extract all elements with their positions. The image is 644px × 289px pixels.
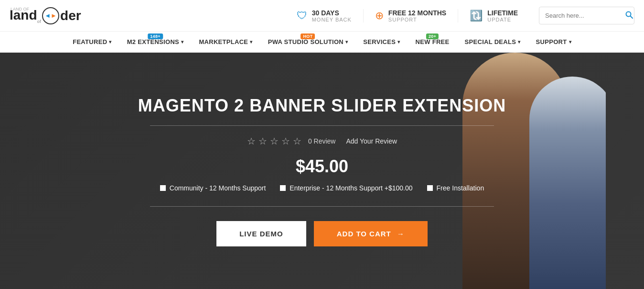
chevron-down-icon-pwa: ▾ xyxy=(345,39,348,44)
support-icon: ⊕ xyxy=(375,10,384,22)
search-icon xyxy=(625,11,633,19)
chevron-down-icon-featured: ▾ xyxy=(109,39,111,44)
money-back-badge: 🛡 30 DAYS MONEY BACK xyxy=(285,9,364,22)
logo-land-text: LAND OF xyxy=(11,7,29,11)
product-price: $45.00 xyxy=(107,156,537,177)
header-badges: 🛡 30 DAYS MONEY BACK ⊕ FREE 12 MONTHS SU… xyxy=(285,9,529,22)
support-badge: ⊕ FREE 12 MONTHS SUPPORT xyxy=(364,9,458,22)
hero-buttons: LIVE DEMO ADD TO CART → xyxy=(107,221,537,246)
product-title: MAGENTO 2 BANNER SLIDER EXTENSION xyxy=(107,96,537,116)
nav-item-support[interactable]: SUPPORT ▾ xyxy=(528,32,579,52)
support-main: FREE 12 MONTHS xyxy=(388,9,446,17)
search-bar[interactable] xyxy=(539,7,634,24)
arrow-right-icon: → xyxy=(397,230,405,238)
logo-text-coder: der xyxy=(60,8,81,23)
hero-content: MAGENTO 2 BANNER SLIDER EXTENSION ☆ ☆ ☆ … xyxy=(107,96,537,246)
checkbox-installation xyxy=(427,185,433,191)
nav-item-new-free[interactable]: 20+ NEW FREE xyxy=(408,32,457,52)
hero-divider-top xyxy=(150,125,494,126)
m2-extensions-badge: 148+ xyxy=(148,33,162,39)
pwa-badge: HOT xyxy=(301,33,315,39)
lifetime-sub: UPDATE xyxy=(487,17,518,22)
star-4: ☆ xyxy=(281,135,290,147)
lifetime-text: LIFETIME UPDATE xyxy=(487,9,518,22)
update-icon: 🔃 xyxy=(470,10,483,22)
nav-item-special-deals[interactable]: SPECIAL DEALS ▾ xyxy=(457,32,528,52)
option-enterprise: Enterprise - 12 Months Support +$100.00 xyxy=(280,184,412,192)
star-rating: ☆ ☆ ☆ ☆ ☆ 0 Review Add Your Review xyxy=(107,135,537,147)
nav-label-marketplace: MARKETPLACE xyxy=(199,38,248,45)
money-back-text: 30 DAYS MONEY BACK xyxy=(312,9,352,22)
star-5: ☆ xyxy=(293,135,301,147)
new-free-badge: 20+ xyxy=(426,33,439,39)
star-1: ☆ xyxy=(247,135,256,147)
nav-item-m2-extensions[interactable]: 148+ M2 EXTENSIONS ▾ xyxy=(119,32,192,52)
hero-divider-bottom xyxy=(150,206,494,207)
nav-item-marketplace[interactable]: MARKETPLACE ▾ xyxy=(191,32,260,52)
lifetime-badge: 🔃 LIFETIME UPDATE xyxy=(458,9,529,22)
nav-label-pwa: PWA STUDIO SOLUTION xyxy=(268,38,343,45)
star-2: ☆ xyxy=(258,135,267,147)
svg-line-1 xyxy=(631,16,633,19)
nav-item-services[interactable]: SERVICES ▾ xyxy=(355,32,408,52)
lifetime-main: LIFETIME xyxy=(487,9,518,17)
chevron-down-icon-special: ▾ xyxy=(518,39,520,44)
option-installation-label: Free Installation xyxy=(437,184,484,192)
chevron-down-icon-m2: ▾ xyxy=(181,39,183,44)
nav-label-special-deals: SPECIAL DEALS xyxy=(465,38,516,45)
checkbox-community xyxy=(160,185,166,191)
option-installation: Free Installation xyxy=(427,184,484,192)
add-to-cart-label: ADD TO CART xyxy=(337,230,391,238)
logo-arrow-right-icon: ► xyxy=(51,12,57,19)
logo-arrow-left-icon: ◄ xyxy=(44,12,51,19)
add-review-link[interactable]: Add Your Review xyxy=(346,137,397,145)
review-count: 0 Review xyxy=(308,137,336,145)
option-enterprise-label: Enterprise - 12 Months Support +$100.00 xyxy=(290,184,412,192)
hero-section: MAGENTO 2 BANNER SLIDER EXTENSION ☆ ☆ ☆ … xyxy=(0,53,644,289)
money-back-sub: MONEY BACK xyxy=(312,17,352,22)
product-options: Community - 12 Months Support Enterprise… xyxy=(107,184,537,192)
nav-label-featured: FEATURED xyxy=(73,38,107,45)
header: LAND OF landof ◄► der 🛡 30 DAYS MONEY BA… xyxy=(0,0,644,32)
nav-label-new-free: NEW FREE xyxy=(416,38,450,45)
star-3: ☆ xyxy=(270,135,279,147)
nav-item-pwa[interactable]: HOT PWA STUDIO SOLUTION ▾ xyxy=(260,32,356,52)
option-community-label: Community - 12 Months Support xyxy=(170,184,266,192)
add-to-cart-button[interactable]: ADD TO CART → xyxy=(314,221,428,246)
shield-icon: 🛡 xyxy=(297,10,307,22)
nav-item-featured[interactable]: FEATURED ▾ xyxy=(65,32,119,52)
support-sub: SUPPORT xyxy=(388,17,446,22)
chevron-down-icon-support: ▾ xyxy=(569,39,571,44)
search-button[interactable] xyxy=(621,7,634,24)
nav-label-m2: M2 EXTENSIONS xyxy=(127,38,179,45)
checkbox-enterprise xyxy=(280,185,286,191)
main-nav: FEATURED ▾ 148+ M2 EXTENSIONS ▾ MARKETPL… xyxy=(0,32,644,53)
live-demo-button[interactable]: LIVE DEMO xyxy=(216,221,306,246)
option-community: Community - 12 Months Support xyxy=(160,184,266,192)
chevron-down-icon-marketplace: ▾ xyxy=(250,39,252,44)
search-input[interactable] xyxy=(539,8,621,23)
nav-label-support: SUPPORT xyxy=(536,38,567,45)
logo[interactable]: LAND OF landof ◄► der xyxy=(10,7,81,24)
money-back-main: 30 DAYS xyxy=(312,9,352,17)
logo-icon-circle: ◄► xyxy=(42,7,59,24)
nav-label-services: SERVICES xyxy=(363,38,396,45)
chevron-down-icon-services: ▾ xyxy=(397,39,400,44)
support-text: FREE 12 MONTHS SUPPORT xyxy=(388,9,446,22)
